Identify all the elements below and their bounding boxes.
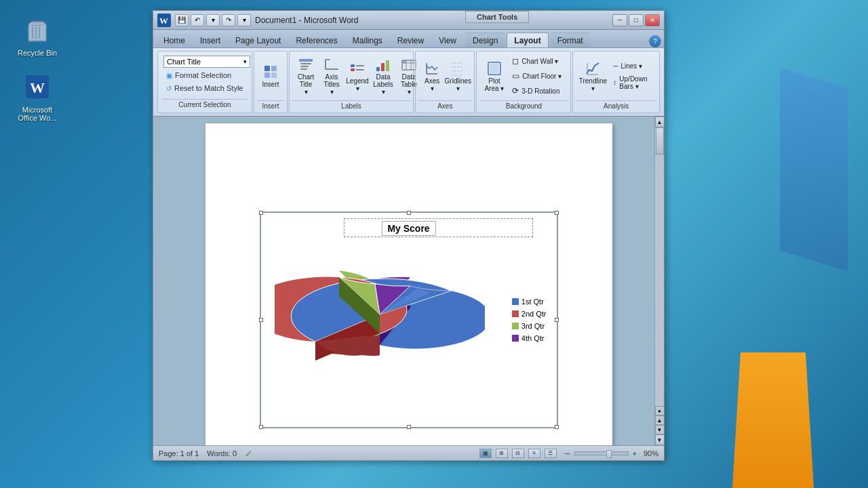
format-selection-button[interactable]: ▣ Format Selection xyxy=(163,70,234,81)
svg-rect-17 xyxy=(300,68,307,70)
handle-middle-right[interactable] xyxy=(555,318,559,322)
desktop: Recycle Bin W Microsoft Office Wo... W � xyxy=(0,0,868,488)
svg-rect-10 xyxy=(264,66,270,71)
word-logo-icon: W xyxy=(157,14,171,27)
undo-button[interactable]: ↶ xyxy=(191,14,204,26)
tab-format[interactable]: Format xyxy=(550,33,591,47)
svg-text:W: W xyxy=(159,16,168,26)
tab-mailings[interactable]: Mailings xyxy=(345,33,390,47)
zoom-in-button[interactable]: + xyxy=(633,449,637,458)
chart-title-button[interactable]: ChartTitle ▾ xyxy=(294,54,318,98)
rotation-button[interactable]: ⟳ 3-D Rotation xyxy=(509,84,565,98)
zoom-slider[interactable] xyxy=(574,451,629,455)
status-bar: Page: 1 of 1 Words: 0 ✓ ▦ ⊞ ⊟ ≡ ☰ ─ + 90… xyxy=(153,445,664,460)
handle-top[interactable] xyxy=(407,211,411,215)
scroll-track[interactable] xyxy=(656,127,664,406)
plot-area-button[interactable]: PlotArea ▾ xyxy=(481,58,507,94)
data-labels-button[interactable]: DataLabels ▾ xyxy=(371,54,395,98)
scroll-up-button[interactable]: ▲ xyxy=(655,117,665,127)
legend-button[interactable]: Legend ▾ xyxy=(345,58,370,94)
close-button[interactable]: ✕ xyxy=(645,14,660,26)
handle-top-right[interactable] xyxy=(555,211,559,215)
scrollbar-right[interactable]: ▲ ● ▲ ▼ ▼ xyxy=(654,117,664,445)
ms-word-label: Microsoft Office Wo... xyxy=(18,106,56,122)
svg-rect-19 xyxy=(325,59,326,68)
trendline-button[interactable]: Trendline ▾ xyxy=(577,58,608,94)
svg-rect-36 xyxy=(402,60,406,63)
tab-layout[interactable]: Layout xyxy=(507,33,548,47)
chart-title[interactable]: My Score xyxy=(381,221,435,236)
legend-label-2qtr: 2nd Qtr xyxy=(521,310,547,318)
undo-dropdown[interactable]: ▾ xyxy=(206,14,220,26)
format-selection-label: Format Selection xyxy=(175,71,231,79)
chart-floor-button[interactable]: ▭ Chart Floor ▾ xyxy=(509,69,565,83)
gridlines-button[interactable]: Gridlines ▾ xyxy=(446,58,470,94)
status-bar-left: Page: 1 of 1 Words: 0 ✓ xyxy=(159,448,253,459)
maximize-button[interactable]: □ xyxy=(629,14,644,26)
handle-middle-left[interactable] xyxy=(259,318,263,322)
reset-icon: ↺ xyxy=(166,85,172,92)
labels-group-label: Labels xyxy=(292,100,410,111)
ms-word-icon[interactable]: W Microsoft Office Wo... xyxy=(14,70,61,122)
help-button[interactable]: ? xyxy=(649,35,661,47)
zoom-thumb[interactable] xyxy=(606,450,612,458)
legend-color-4qtr xyxy=(512,335,519,342)
scroll-prev-page[interactable]: ▲ xyxy=(655,415,665,425)
scroll-thumb[interactable] xyxy=(656,127,664,155)
tab-references[interactable]: References xyxy=(288,33,344,47)
up-down-bars-button[interactable]: ↕ Up/Down Bars ▾ xyxy=(610,73,655,92)
web-layout-button[interactable]: ⊟ xyxy=(512,449,524,458)
up-down-bars-icon: ↕ xyxy=(613,79,616,86)
scroll-options[interactable]: ● xyxy=(655,406,665,415)
svg-rect-0 xyxy=(28,24,46,41)
scroll-next-page[interactable]: ▼ xyxy=(655,425,665,434)
tab-home[interactable]: Home xyxy=(156,33,193,47)
analysis-group-label: Analysis xyxy=(576,100,656,111)
insert-button[interactable]: Insert xyxy=(258,62,283,90)
outline-button[interactable]: ≡ xyxy=(528,449,540,458)
chart-element-dropdown[interactable]: Chart Title ▾ xyxy=(163,56,250,68)
tab-design[interactable]: Design xyxy=(465,33,505,47)
axes-group-label: Axes xyxy=(418,100,471,111)
rotation-icon: ⟳ xyxy=(512,86,519,96)
axis-titles-button[interactable]: AxisTitles ▾ xyxy=(319,54,344,98)
svg-rect-21 xyxy=(336,68,337,70)
labels-group: ChartTitle ▾ AxisTit xyxy=(289,51,414,113)
menu-tabs: Home Insert Page Layout References Maili… xyxy=(153,30,664,47)
handle-bottom-left[interactable] xyxy=(259,425,263,429)
tab-view[interactable]: View xyxy=(431,33,464,47)
chart-tools-label: Chart Tools xyxy=(465,11,529,23)
reset-to-match-button[interactable]: ↺ Reset to Match Style xyxy=(163,83,246,94)
tab-insert[interactable]: Insert xyxy=(193,33,228,47)
recycle-bin-label: Recycle Bin xyxy=(18,49,57,57)
plot-area-btn-label: PlotArea ▾ xyxy=(484,77,504,92)
lines-button[interactable]: ─ Lines ▾ xyxy=(610,60,655,72)
plot-area-icon xyxy=(486,60,502,77)
tab-page-layout[interactable]: Page Layout xyxy=(228,33,288,47)
page-info: Page: 1 of 1 xyxy=(159,449,199,458)
dropdown-value: Chart Title xyxy=(167,58,201,66)
lines-label: Lines ▾ xyxy=(620,62,642,70)
document-area: ▲ ● ▲ ▼ ▼ xyxy=(153,117,664,445)
axes-button[interactable]: Axes ▾ xyxy=(420,58,444,94)
save-button[interactable]: 💾 xyxy=(175,14,189,26)
zoom-out-button[interactable]: ─ xyxy=(565,449,570,458)
chart-wall-button[interactable]: ◻ Chart Wall ▾ xyxy=(509,54,565,68)
handle-bottom-right[interactable] xyxy=(555,425,559,429)
handle-top-left[interactable] xyxy=(259,211,263,215)
handle-bottom[interactable] xyxy=(407,425,411,429)
scroll-down-button[interactable]: ▼ xyxy=(655,434,665,445)
customize-qa[interactable]: ▾ xyxy=(237,14,251,26)
svg-rect-11 xyxy=(271,66,277,71)
minimize-button[interactable]: ─ xyxy=(612,14,627,26)
chart-container[interactable]: My Score xyxy=(260,211,558,428)
draft-button[interactable]: ☰ xyxy=(545,449,557,458)
tab-review[interactable]: Review xyxy=(390,33,431,47)
analysis-group-content: Trendline ▾ ─ Lines ▾ ↕ Up/Down Bars ▾ xyxy=(576,53,656,99)
recycle-bin-icon[interactable]: Recycle Bin xyxy=(14,14,61,57)
chart-wall-icon: ◻ xyxy=(512,56,519,66)
print-layout-button[interactable]: ▦ xyxy=(479,449,492,458)
full-reading-button[interactable]: ⊞ xyxy=(496,449,508,458)
axes-icon xyxy=(424,60,440,77)
redo-button[interactable]: ↷ xyxy=(222,14,235,26)
